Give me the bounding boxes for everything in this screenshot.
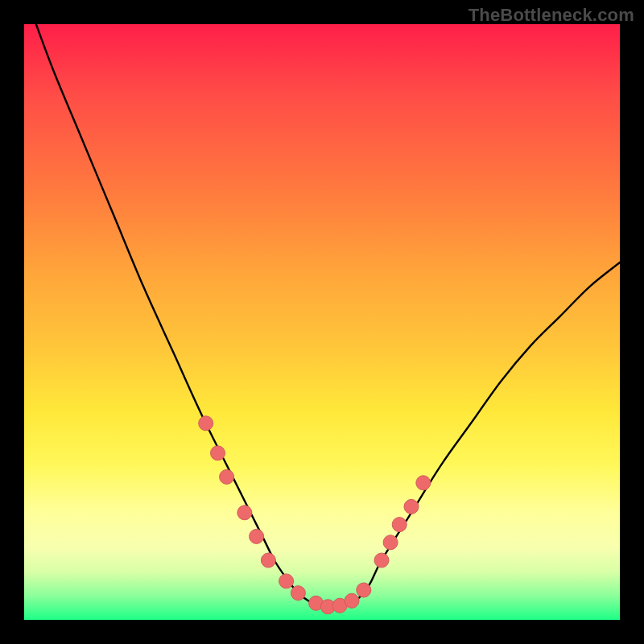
watermark-text: TheBottleneck.com <box>469 5 634 26</box>
curve-marker-dot <box>345 593 359 608</box>
curve-marker-dot <box>374 553 389 568</box>
curve-marker-dot <box>357 583 371 597</box>
curve-marker-dot <box>220 469 234 484</box>
curve-marker-dot <box>211 446 225 460</box>
chart-frame <box>24 24 620 620</box>
curve-marker-dot <box>383 535 398 550</box>
curve-marker-dot <box>237 506 252 520</box>
curve-marker-dot <box>404 499 419 514</box>
chart-svg <box>24 24 620 620</box>
curve-marker-dot <box>199 416 213 431</box>
curve-marker-group <box>199 416 431 614</box>
curve-marker-dot <box>261 553 275 568</box>
curve-marker-dot <box>392 518 407 532</box>
curve-marker-dot <box>291 586 305 601</box>
curve-marker-dot <box>416 476 431 490</box>
curve-marker-dot <box>250 529 264 543</box>
bottleneck-curve <box>36 24 620 608</box>
curve-marker-dot <box>279 574 294 588</box>
